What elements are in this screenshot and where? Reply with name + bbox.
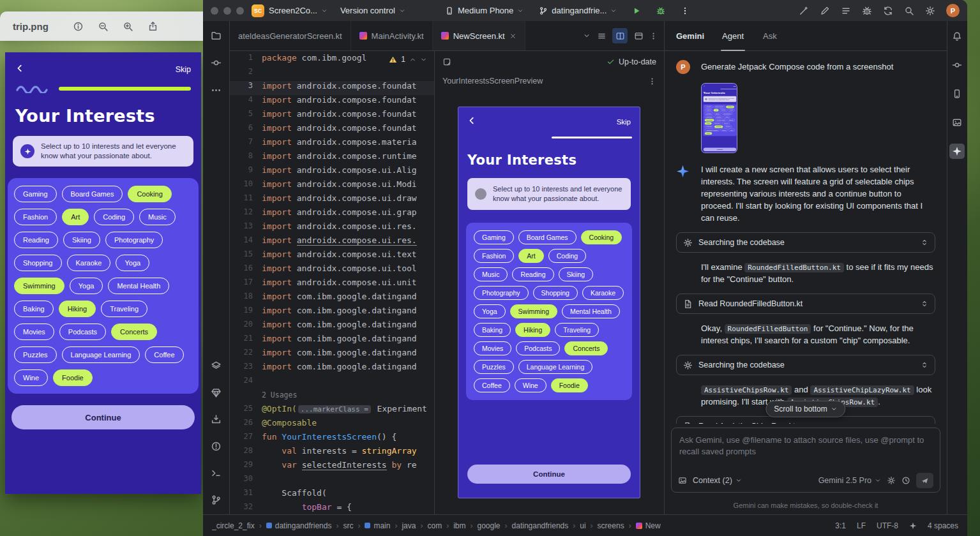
breadcrumb-item[interactable]: com <box>427 521 442 530</box>
code-line[interactable]: 20import com.ibm.google.datingand <box>230 320 434 334</box>
build-refresh-icon[interactable] <box>442 57 451 66</box>
attached-screenshot-thumbnail[interactable]: SkipYour InterestsSelect up to 10 intere… <box>701 83 737 153</box>
code-line[interactable]: 32 topBar = { <box>230 502 434 514</box>
close-window-button[interactable] <box>211 7 218 15</box>
line-number[interactable]: 19 <box>230 306 262 320</box>
zoom-out-icon[interactable] <box>98 21 109 32</box>
code-line[interactable]: 13import androidx.compose.ui.res. <box>230 221 434 235</box>
code-line[interactable]: 21import com.ibm.google.datingand <box>230 334 434 348</box>
tool-call-row[interactable]: Searching the codebase <box>676 232 935 253</box>
code-line[interactable]: 9import androidx.compose.ui.Alig <box>230 165 434 179</box>
caret-position[interactable]: 3:1 <box>835 521 846 530</box>
line-number[interactable]: 20 <box>230 320 262 334</box>
sync-icon[interactable] <box>883 6 893 16</box>
git-branch-icon[interactable] <box>211 495 222 505</box>
install-icon[interactable] <box>211 414 222 425</box>
project-selector[interactable]: Screen2Co... <box>269 6 328 15</box>
model-selector[interactable]: Gemini 2.5 Pro <box>818 476 881 485</box>
code-line[interactable]: 27fun YourInterestsScreen() { <box>230 432 434 446</box>
layout-inspector-icon[interactable] <box>820 6 830 16</box>
line-number[interactable]: 17 <box>230 278 262 292</box>
line-number[interactable]: 30 <box>230 474 262 488</box>
gemini-chat-scroll[interactable]: P Generate Jetpack Compose code from a s… <box>665 51 947 424</box>
line-number[interactable]: 24 <box>230 376 262 390</box>
line-number[interactable] <box>230 390 262 404</box>
breadcrumb-item[interactable]: main <box>365 521 390 530</box>
search-icon[interactable] <box>904 6 914 16</box>
more-horizontal-icon[interactable] <box>211 85 222 96</box>
code-line[interactable]: 16import androidx.compose.ui.tool <box>230 264 434 278</box>
logcat-icon[interactable] <box>841 6 851 16</box>
code-line[interactable]: 17import androidx.compose.ui.unit <box>230 278 434 292</box>
breadcrumb-item[interactable]: New <box>636 521 661 530</box>
profiler-icon[interactable] <box>799 6 809 16</box>
line-number[interactable]: 2 <box>230 67 262 81</box>
split-view-button[interactable] <box>612 28 628 43</box>
line-number[interactable]: 26 <box>230 418 262 432</box>
breadcrumb-item[interactable]: _circle_2_fix <box>212 521 255 530</box>
layers-icon[interactable] <box>211 361 222 371</box>
breadcrumb-item[interactable]: datingandfriends <box>512 521 569 530</box>
line-number[interactable]: 15 <box>230 249 262 264</box>
line-number[interactable]: 16 <box>230 264 262 278</box>
info-icon[interactable] <box>73 21 84 32</box>
debug-button[interactable] <box>656 6 665 15</box>
line-ending[interactable]: LF <box>857 521 866 530</box>
attach-image-icon[interactable] <box>678 476 687 485</box>
editor-tab-newscreen-kt[interactable]: NewScreen.kt <box>433 21 525 50</box>
maximize-window-button[interactable] <box>236 7 244 15</box>
running-devices-icon[interactable] <box>949 86 965 101</box>
line-number[interactable]: 7 <box>230 137 262 151</box>
minimize-window-button[interactable] <box>223 7 231 15</box>
code-line[interactable]: 22import com.ibm.google.datingand <box>230 348 434 362</box>
editor-tab-ateldeasgeneratorscreen-kt[interactable]: ateldeasGeneratorScreen.kt <box>230 21 351 50</box>
code-line[interactable]: 10import androidx.compose.ui.Modi <box>230 179 434 193</box>
scroll-to-bottom-button[interactable]: Scroll to bottom <box>765 401 845 417</box>
run-button[interactable] <box>632 6 641 15</box>
line-number[interactable]: 4 <box>230 95 262 109</box>
vcs-widget[interactable]: Version control <box>340 6 405 15</box>
gemini-star-icon[interactable] <box>949 144 965 159</box>
close-tab-icon[interactable] <box>509 33 516 40</box>
code-line[interactable]: 19import com.ibm.google.datingand <box>230 306 434 320</box>
breadcrumb-item[interactable]: src <box>343 521 353 530</box>
breadcrumb-item[interactable]: ui <box>580 521 585 530</box>
gemini-prompt-input[interactable] <box>672 428 940 469</box>
history-icon[interactable] <box>901 476 910 485</box>
code-line[interactable]: 14import androidx.compose.ui.res. <box>230 235 434 249</box>
line-number[interactable]: 32 <box>230 502 262 514</box>
code-line[interactable]: 8import androidx.compose.runtime <box>230 151 434 165</box>
notifications-bell-icon[interactable] <box>949 29 965 44</box>
breadcrumb-item[interactable]: ibm <box>453 521 465 530</box>
line-number[interactable]: 22 <box>230 348 262 362</box>
resource-manager-icon[interactable] <box>949 115 965 130</box>
terminal-icon[interactable] <box>211 468 222 479</box>
code-line[interactable]: 24 <box>230 376 434 390</box>
code-line[interactable]: 12import androidx.compose.ui.grap <box>230 207 434 221</box>
line-number[interactable]: 31 <box>230 488 262 502</box>
commit-icon[interactable] <box>211 57 222 68</box>
line-number[interactable]: 12 <box>230 207 262 221</box>
file-encoding[interactable]: UTF-8 <box>877 521 898 530</box>
gemini-tab-ask[interactable]: Ask <box>762 21 778 50</box>
code-line[interactable]: 18import com.ibm.google.datingand <box>230 292 434 306</box>
code-line[interactable]: 31 Scaffold( <box>230 488 434 502</box>
code-view-button[interactable] <box>594 28 609 43</box>
share-icon[interactable] <box>147 21 158 32</box>
line-number[interactable]: 10 <box>230 179 262 193</box>
app-inspection-icon[interactable] <box>862 6 872 16</box>
indent-setting[interactable]: 4 spaces <box>928 521 958 530</box>
more-actions-icon[interactable] <box>681 6 690 15</box>
line-number[interactable]: 8 <box>230 151 262 165</box>
code-editor[interactable]: 1package com.ibm.googl23import androidx.… <box>230 51 434 514</box>
pull-requests-icon[interactable] <box>949 57 965 73</box>
problems-icon[interactable] <box>211 441 222 452</box>
chevron-up-icon[interactable] <box>409 56 416 63</box>
send-button[interactable] <box>916 473 933 488</box>
zoom-in-icon[interactable] <box>123 21 133 32</box>
editor-tab-mainactivity-kt[interactable]: MainActivity.kt <box>351 21 433 50</box>
tool-call-row[interactable]: Searching the codebase <box>676 355 935 375</box>
more-vertical-icon[interactable] <box>649 32 658 40</box>
code-line[interactable]: 5import androidx.compose.foundat <box>230 109 434 123</box>
line-number[interactable]: 13 <box>230 221 262 235</box>
